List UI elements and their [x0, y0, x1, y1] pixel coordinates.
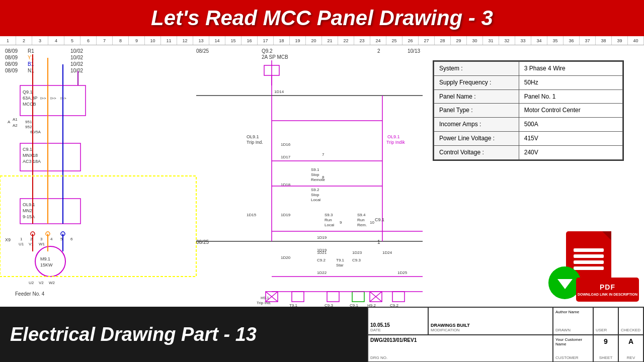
svg-text:1D14: 1D14 — [274, 89, 284, 94]
svg-text:1D19: 1D19 — [281, 213, 291, 217]
tb-modification-label: MODIFICATION — [431, 328, 550, 332]
svg-text:951: 951 — [25, 120, 32, 124]
svg-text:A2: A2 — [13, 123, 18, 128]
tb-user-label: USER — [596, 328, 616, 332]
svg-text:08/09: 08/09 — [5, 55, 18, 60]
pdf-download-label: DOWNLOAD LINK IN DESCRIPTION — [578, 292, 637, 297]
tb-sheet-cell: 9 SHEET — [593, 335, 618, 362]
ruler-tick: 32 — [499, 36, 515, 45]
svg-text:10/02: 10/02 — [70, 48, 83, 54]
ruler-tick: 19 — [290, 36, 306, 45]
ruler: 1 2 3 4 5 6 7 8 9 10 11 12 13 14 15 16 1… — [0, 36, 644, 45]
svg-text:9: 9 — [340, 220, 342, 225]
svg-text:W1: W1 — [39, 242, 45, 246]
tb-user-cell: USER — [593, 307, 618, 335]
ruler-tick: 26 — [403, 36, 419, 45]
svg-text:Stop: Stop — [311, 193, 319, 197]
ruler-tick: 10 — [145, 36, 161, 45]
ruler-tick: 14 — [209, 36, 225, 45]
spec-value: 3 Phase 4 Wire — [519, 62, 622, 76]
svg-text:Rem.: Rem. — [357, 223, 367, 227]
svg-text:C9.2: C9.2 — [317, 258, 326, 262]
ruler-tick: 1 — [0, 36, 16, 45]
spec-label: Panel Name : — [434, 89, 519, 104]
ruler-tick: 15 — [225, 36, 242, 45]
ruler-tick: 7 — [97, 36, 113, 45]
svg-text:1D15: 1D15 — [247, 213, 257, 217]
ruler-tick: 37 — [580, 36, 596, 45]
svg-text:1D20: 1D20 — [281, 255, 291, 260]
svg-text:A: A — [8, 120, 11, 124]
tb-customer-label: CUSTOMER — [555, 355, 591, 360]
ruler-tick: 16 — [242, 36, 258, 45]
svg-text:MN2: MN2 — [23, 208, 32, 213]
spec-value: Motor Control Center — [519, 104, 622, 118]
pdf-download-badge[interactable]: PDF DOWNLOAD LINK IN DESCRIPTION — [548, 231, 639, 302]
svg-text:X9: X9 — [5, 237, 11, 242]
tb-sheet-label: SHEET — [599, 355, 613, 360]
ruler-tick: 40 — [628, 36, 644, 45]
svg-text:I>>: I>> — [50, 96, 56, 101]
svg-text:952: 952 — [25, 125, 32, 129]
svg-text:1D19: 1D19 — [317, 235, 327, 240]
spec-label: Control Voltage : — [434, 145, 519, 159]
spec-label: Power Line Voltage : — [434, 131, 519, 145]
svg-text:2: 2 — [377, 48, 380, 54]
tb-date-key: DATE — [370, 328, 426, 332]
ruler-tick: 25 — [386, 36, 403, 45]
ruler-tick: 8 — [113, 36, 129, 45]
svg-text:C9.1: C9.1 — [350, 303, 358, 307]
svg-text:Run: Run — [325, 218, 332, 222]
tb-customer-value: Your Customer Name — [555, 337, 591, 346]
svg-text:MNX18: MNX18 — [23, 153, 38, 158]
title-block: 10.05.15 DATE DRAWINGS BUILT MODIFICATIO… — [367, 307, 644, 362]
svg-text:10/13: 10/13 — [408, 48, 420, 54]
svg-text:S9.2: S9.2 — [311, 188, 319, 192]
svg-text:1D17: 1D17 — [281, 155, 291, 159]
ruler-tick: 9 — [129, 36, 145, 45]
svg-text:08/09: 08/09 — [5, 48, 18, 54]
svg-text:1D22: 1D22 — [317, 270, 327, 275]
svg-text:Q9.1: Q9.1 — [23, 89, 33, 95]
ruler-tick: 4 — [48, 36, 64, 45]
ruler-tick: 30 — [467, 36, 483, 45]
tb-date-cell: 10.05.15 DATE — [368, 307, 428, 335]
ruler-tick: 13 — [193, 36, 209, 45]
svg-text:MCCB: MCCB — [23, 102, 36, 107]
tb-rev-value: A — [628, 337, 633, 345]
spec-value: Panel No. 1 — [519, 89, 622, 104]
ruler-tick: 29 — [451, 36, 467, 45]
svg-text:Feeder No. 4: Feeder No. 4 — [15, 291, 45, 297]
tb-modification-cell: DRAWINGS BUILT MODIFICATION — [428, 307, 553, 335]
svg-text:7: 7 — [322, 152, 325, 157]
svg-text:15KW: 15KW — [40, 262, 53, 267]
svg-text:Run: Run — [357, 218, 365, 222]
svg-text:8: 8 — [322, 175, 325, 179]
svg-text:08/25: 08/25 — [196, 48, 209, 54]
ruler-tick: 27 — [419, 36, 435, 45]
tb-drawn-cell: Author Name DRAWN — [553, 307, 593, 335]
tb-customer-cell: Your Customer Name CUSTOMER — [553, 335, 593, 362]
svg-text:Stop: Stop — [311, 172, 319, 177]
ruler-tick: 31 — [483, 36, 499, 45]
spec-value: 240V — [519, 145, 622, 159]
ruler-tick: 6 — [80, 36, 97, 45]
svg-text:08/09: 08/09 — [5, 61, 18, 67]
tb-drg-no-label: DRG NO. — [370, 355, 550, 360]
svg-text:OL9.1: OL9.1 — [247, 134, 259, 139]
svg-text:N1: N1 — [28, 68, 34, 73]
svg-text:W2: W2 — [49, 281, 55, 285]
svg-text:10/02: 10/02 — [70, 68, 83, 73]
svg-text:1D23: 1D23 — [352, 250, 362, 255]
svg-text:C9.2: C9.2 — [390, 303, 398, 307]
svg-text:Local: Local — [311, 198, 320, 202]
svg-text:I>>: I>> — [40, 96, 46, 101]
svg-text:Star: Star — [336, 263, 344, 267]
spec-table: System :3 Phase 4 WireSupply Frequency :… — [433, 60, 624, 161]
title-bar: Let's Read MCC Panel Drawing - 3 — [0, 0, 644, 36]
svg-text:10: 10 — [370, 220, 374, 225]
tb-drawn-label: DRAWN — [555, 328, 591, 332]
bottom-title-text: Electrical Drawing Part - 13 — [10, 324, 257, 345]
svg-text:6: 6 — [70, 237, 73, 241]
svg-text:10/02: 10/02 — [70, 61, 83, 67]
